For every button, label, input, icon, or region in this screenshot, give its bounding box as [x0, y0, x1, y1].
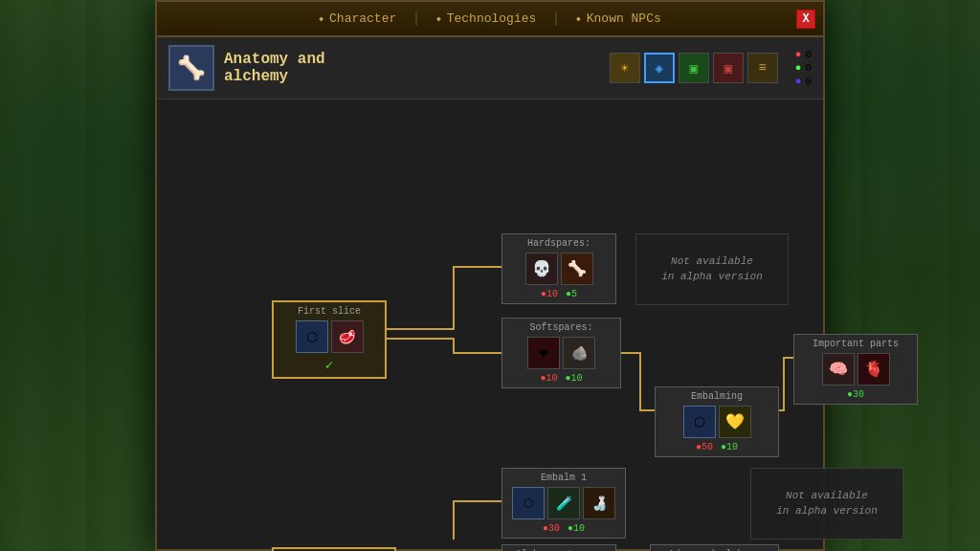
tab-sep-2: | — [551, 11, 561, 28]
close-button[interactable]: X — [796, 10, 815, 29]
embalming-icon1: ⬡ — [683, 406, 716, 438]
icon-blue[interactable]: ◈ — [644, 53, 675, 83]
main-content: First slice ⬡ 🥩 ✓ Hardspares: 💀 🦴 ●10 ●5 — [157, 99, 823, 549]
tech-tree-modal: Character | Technologies | Known NPCs X … — [155, 0, 825, 551]
softspares-title: Softspares: — [506, 322, 616, 333]
node-first-slice[interactable]: First slice ⬡ 🥩 ✓ — [272, 300, 387, 379]
not-available-1: Not available in alpha version — [635, 233, 789, 305]
resource-red: ● 0 — [795, 49, 812, 60]
embalming-icon2: 💛 — [719, 406, 751, 438]
node-embalm1[interactable]: Embalm 1 ⬡ 🧪 🍶 ●30 ●10 — [501, 468, 626, 539]
icon-sun[interactable]: ☀ — [610, 53, 640, 83]
node-important-parts[interactable]: Important parts 🧠 🫀 ●30 — [793, 334, 918, 405]
node-beginning-alchem[interactable]: The Beginning Of Alchem ⬡ ⬡ ⬡ ✓ — [272, 547, 396, 551]
icon-red[interactable]: ▣ — [713, 53, 744, 83]
softspares-icon2: 🪨 — [563, 337, 595, 369]
skill-title: Anatomy and alchemy — [224, 51, 325, 85]
tab-character[interactable]: Character — [303, 8, 412, 30]
embalm1-icon2: 🧪 — [547, 487, 580, 519]
embalming-icons: ⬡ 💛 — [659, 406, 774, 438]
embalm1-icon3: 🍶 — [583, 487, 615, 519]
first-slice-check: ✓ — [278, 357, 381, 373]
hardspares-icons: 💀 🦴 — [506, 253, 612, 285]
embalm1-icon1: ⬡ — [512, 487, 545, 519]
tab-technologies[interactable]: Technologies — [421, 8, 551, 30]
category-icons: ☀ ◈ ▣ ▣ ≡ — [610, 53, 778, 83]
tab-sep-1: | — [412, 11, 421, 28]
softspares-icon1: ❤ — [527, 337, 560, 369]
hardspares-cost: ●10 ●5 — [506, 289, 612, 299]
softspares-cost: ●10 ●10 — [506, 373, 616, 384]
resource-green: ● 0 — [795, 62, 812, 74]
connector-lines — [167, 109, 813, 540]
tech-tree: First slice ⬡ 🥩 ✓ Hardspares: 💀 🦴 ●10 ●5 — [167, 109, 813, 540]
title-bar: Character | Technologies | Known NPCs X — [157, 2, 823, 37]
not-available-2: Not available in alpha version — [750, 468, 903, 540]
node-embalming[interactable]: Embalming ⬡ 💛 ●50 ●10 — [655, 386, 779, 457]
important-parts-icons: 🧠 🫀 — [798, 353, 913, 386]
embalm1-icons: ⬡ 🧪 🍶 — [506, 487, 621, 519]
header-area: 🦴 Anatomy and alchemy ☀ ◈ ▣ ▣ ≡ ● 0 ● 0 … — [157, 37, 823, 99]
important-icon2: 🫀 — [858, 353, 890, 386]
important-cost: ●30 — [798, 389, 913, 400]
embalming-cost: ●50 ●10 — [659, 442, 774, 452]
skill-main-icon: 🦴 — [168, 45, 214, 91]
first-slice-icon1: ⬡ — [296, 320, 328, 353]
embalm1-cost: ●30 ●10 — [506, 523, 621, 534]
hardspares-icon1: 💀 — [525, 253, 558, 285]
resource-counts: ● 0 ● 0 ● 0 — [795, 49, 812, 87]
hardspares-title: Hardspares: — [506, 238, 612, 249]
tab-known-npcs[interactable]: Known NPCs — [561, 8, 677, 30]
important-icon1: 🧠 — [822, 353, 855, 386]
resource-blue: ● 0 — [795, 76, 812, 87]
important-parts-title: Important parts — [798, 339, 913, 349]
first-slice-icons: ⬡ 🥩 — [278, 320, 381, 353]
node-advanced-alchemy[interactable]: Advanced alchemy ⬡ ⬡ ●20 ●20 — [650, 544, 779, 551]
icon-scroll[interactable]: ≡ — [747, 53, 778, 83]
first-slice-title: First slice — [278, 306, 381, 317]
icon-green[interactable]: ▣ — [679, 53, 709, 83]
softspares-icons: ❤ 🪨 — [506, 337, 616, 369]
node-softspares[interactable]: Softspares: ❤ 🪨 ●10 ●10 — [501, 318, 621, 388]
node-hardspares[interactable]: Hardspares: 💀 🦴 ●10 ●5 — [501, 233, 616, 304]
node-alchemy-storage[interactable]: Alchemy storage ⬡ ●10 — [501, 544, 616, 551]
embalm1-title: Embalm 1 — [506, 473, 621, 483]
hardspares-icon2: 🦴 — [561, 253, 593, 285]
embalming-title: Embalming — [659, 391, 774, 402]
first-slice-icon2: 🥩 — [331, 320, 364, 353]
